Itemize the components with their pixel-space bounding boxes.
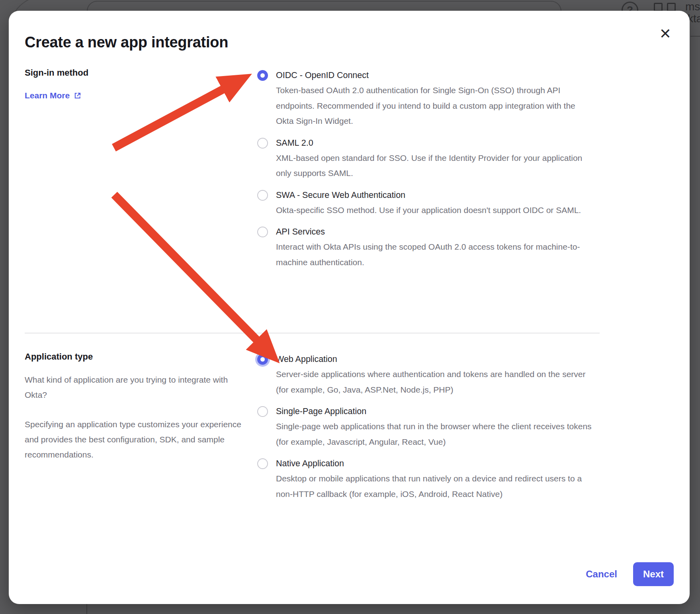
option-label: Web Application <box>276 352 593 367</box>
option-label: Native Application <box>276 456 593 471</box>
radio-swa-icon[interactable] <box>257 190 268 201</box>
screen: ? msh kta ✕ Create a new app integration… <box>0 0 700 614</box>
signin-method-options: OIDC - OpenID Connect Token-based OAuth … <box>251 68 593 270</box>
option-saml[interactable]: SAML 2.0 XML-based open standard for SSO… <box>251 135 593 181</box>
option-label: OIDC - OpenID Connect <box>276 68 593 83</box>
application-type-section: Application type What kind of applicatio… <box>25 352 674 502</box>
option-description: Desktop or mobile applications that run … <box>276 471 593 502</box>
application-type-label: Application type <box>25 352 251 362</box>
learn-more-link[interactable]: Learn More <box>25 91 82 100</box>
apps-grid-icon <box>654 3 676 12</box>
option-description: Single-page web applications that run in… <box>276 419 593 450</box>
signin-method-section: Sign-in method Learn More <box>25 68 674 270</box>
create-app-integration-dialog: ✕ Create a new app integration Sign-in m… <box>9 11 690 604</box>
application-type-options: Web Application Server-side applications… <box>251 352 593 502</box>
radio-web-application-selected-icon[interactable] <box>257 354 268 365</box>
dialog-title: Create a new app integration <box>25 34 674 51</box>
backdrop-seam <box>86 604 87 614</box>
signin-method-label: Sign-in method <box>25 68 251 78</box>
backdrop-divider-fragment <box>690 36 700 37</box>
option-single-page-application[interactable]: Single-Page Application Single-page web … <box>251 404 593 450</box>
option-label: SAML 2.0 <box>276 135 593 151</box>
option-api-services[interactable]: API Services Interact with Okta APIs usi… <box>251 224 593 270</box>
option-description: Token-based OAuth 2.0 authentication for… <box>276 83 593 129</box>
account-text-line1: msh <box>685 1 700 13</box>
radio-oidc-selected-icon[interactable] <box>257 70 268 81</box>
option-label: API Services <box>276 224 593 239</box>
close-icon[interactable]: ✕ <box>659 27 671 41</box>
radio-api-services-icon[interactable] <box>257 227 268 237</box>
option-description: XML-based open standard for SSO. Use if … <box>276 151 593 181</box>
application-type-hint: Specifying an application type customize… <box>25 417 251 462</box>
option-oidc[interactable]: OIDC - OpenID Connect Token-based OAuth … <box>251 68 593 129</box>
section-divider <box>25 333 600 333</box>
application-type-question: What kind of application are you trying … <box>25 372 251 403</box>
external-link-icon <box>73 92 82 100</box>
option-description: Interact with Okta APIs using the scoped… <box>276 239 593 270</box>
option-native-application[interactable]: Native Application Desktop or mobile app… <box>251 456 593 502</box>
radio-single-page-application-icon[interactable] <box>257 406 268 417</box>
dialog-footer: Cancel Next <box>586 562 674 586</box>
option-description: Server-side applications where authentic… <box>276 367 593 397</box>
apps-grid-square <box>667 3 676 12</box>
option-swa[interactable]: SWA - Secure Web Authentication Okta-spe… <box>251 188 593 218</box>
radio-native-application-icon[interactable] <box>257 458 268 469</box>
cancel-button[interactable]: Cancel <box>586 569 617 580</box>
radio-saml-icon[interactable] <box>257 138 268 149</box>
option-web-application[interactable]: Web Application Server-side applications… <box>251 352 593 397</box>
learn-more-label: Learn More <box>25 91 70 100</box>
next-button[interactable]: Next <box>633 562 674 586</box>
option-label: Single-Page Application <box>276 404 593 419</box>
option-description: Okta-specific SSO method. Use if your ap… <box>276 203 581 218</box>
option-label: SWA - Secure Web Authentication <box>276 188 581 203</box>
apps-grid-square <box>654 3 663 12</box>
